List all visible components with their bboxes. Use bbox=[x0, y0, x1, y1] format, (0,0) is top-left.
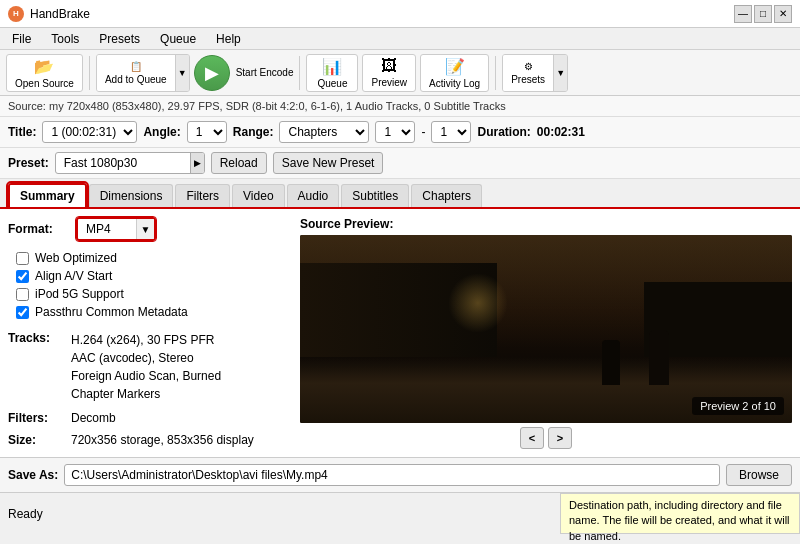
menu-tools[interactable]: Tools bbox=[43, 30, 87, 48]
option-ipod: iPod 5G Support bbox=[16, 287, 288, 301]
start-encode-button[interactable]: ▶ bbox=[194, 55, 230, 91]
format-label: Format: bbox=[8, 222, 68, 236]
preset-arrow[interactable]: ▶ bbox=[190, 153, 204, 173]
tab-dimensions[interactable]: Dimensions bbox=[89, 184, 174, 207]
title-select[interactable]: 1 (00:02:31) bbox=[42, 121, 137, 143]
title-row: Title: 1 (00:02:31) Angle: 1 Range: Chap… bbox=[0, 117, 800, 148]
save-new-preset-button[interactable]: Save New Preset bbox=[273, 152, 384, 174]
title-label: Title: bbox=[8, 125, 36, 139]
minimize-button[interactable]: — bbox=[734, 5, 752, 23]
preview-prev-button[interactable]: < bbox=[520, 427, 544, 449]
open-source-button[interactable]: 📂 Open Source bbox=[6, 54, 83, 92]
add-to-queue-main[interactable]: 📋 Add to Queue bbox=[97, 55, 175, 91]
angle-select[interactable]: 1 bbox=[187, 121, 227, 143]
tab-summary[interactable]: Summary bbox=[8, 183, 87, 207]
preset-label: Preset: bbox=[8, 156, 49, 170]
tab-subtitles[interactable]: Subtitles bbox=[341, 184, 409, 207]
source-info-bar: Source: my 720x480 (853x480), 29.97 FPS,… bbox=[0, 96, 800, 117]
size-label: Size: bbox=[8, 433, 63, 447]
preview-button[interactable]: 🖼 Preview bbox=[362, 54, 416, 92]
status-bar: Ready Destination path, including direct… bbox=[0, 492, 800, 534]
close-button[interactable]: ✕ bbox=[774, 5, 792, 23]
maximize-button[interactable]: □ bbox=[754, 5, 772, 23]
presets-main[interactable]: ⚙ Presets bbox=[503, 55, 553, 91]
size-value: 720x356 storage, 853x356 display bbox=[71, 433, 254, 447]
option-align-av: Align A/V Start bbox=[16, 269, 288, 283]
menu-queue[interactable]: Queue bbox=[152, 30, 204, 48]
browse-button[interactable]: Browse bbox=[726, 464, 792, 486]
preset-value: Fast 1080p30 bbox=[56, 156, 190, 170]
track-line-2: AAC (avcodec), Stereo bbox=[71, 349, 221, 367]
filters-row: Filters: Decomb bbox=[8, 411, 288, 425]
preview-next-button[interactable]: > bbox=[548, 427, 572, 449]
main-content: Format: MP4 ▼ Web Optimized Align A/V St… bbox=[0, 209, 800, 457]
duration-value: 00:02:31 bbox=[537, 125, 585, 139]
tab-video[interactable]: Video bbox=[232, 184, 284, 207]
menu-file[interactable]: File bbox=[4, 30, 39, 48]
align-av-label: Align A/V Start bbox=[35, 269, 112, 283]
range-end-select[interactable]: 1 bbox=[431, 121, 471, 143]
preset-row: Preset: Fast 1080p30 ▶ Reload Save New P… bbox=[0, 148, 800, 179]
tooltip-box: Destination path, including directory an… bbox=[560, 493, 800, 534]
activity-log-button[interactable]: 📝 Activity Log bbox=[420, 54, 489, 92]
add-to-queue-button[interactable]: 📋 Add to Queue ▼ bbox=[96, 54, 190, 92]
tracks-label: Tracks: bbox=[8, 331, 63, 403]
tracks-row: Tracks: H.264 (x264), 30 FPS PFR AAC (av… bbox=[8, 331, 288, 403]
range-type-select[interactable]: Chapters bbox=[279, 121, 369, 143]
presets-label: Presets bbox=[511, 74, 545, 85]
queue-label: Queue bbox=[317, 78, 347, 89]
presets-arrow[interactable]: ▼ bbox=[553, 55, 567, 91]
add-to-queue-icon: 📋 bbox=[130, 61, 142, 72]
tab-filters[interactable]: Filters bbox=[175, 184, 230, 207]
ipod-checkbox[interactable] bbox=[16, 288, 29, 301]
toolbar: 📂 Open Source 📋 Add to Queue ▼ ▶ Start E… bbox=[0, 50, 800, 96]
size-section: Size: 720x356 storage, 853x356 display bbox=[8, 433, 288, 447]
app-logo: H bbox=[8, 6, 24, 22]
tab-bar: Summary Dimensions Filters Video Audio S… bbox=[0, 179, 800, 209]
saveas-input[interactable] bbox=[64, 464, 720, 486]
separator3 bbox=[495, 56, 496, 90]
menu-presets[interactable]: Presets bbox=[91, 30, 148, 48]
activity-log-icon: 📝 bbox=[445, 57, 465, 76]
filters-section: Filters: Decomb bbox=[8, 411, 288, 425]
tab-audio[interactable]: Audio bbox=[287, 184, 340, 207]
activity-log-label: Activity Log bbox=[429, 78, 480, 89]
app-title: HandBrake bbox=[30, 7, 90, 21]
add-to-queue-arrow[interactable]: ▼ bbox=[175, 55, 189, 91]
range-start-select[interactable]: 1 bbox=[375, 121, 415, 143]
format-row: Format: MP4 ▼ bbox=[8, 217, 288, 241]
window-controls[interactable]: — □ ✕ bbox=[734, 5, 792, 23]
format-options: Web Optimized Align A/V Start iPod 5G Su… bbox=[16, 251, 288, 319]
web-optimized-checkbox[interactable] bbox=[16, 252, 29, 265]
separator2 bbox=[299, 56, 300, 90]
preview-label: Preview bbox=[371, 77, 407, 88]
track-line-1: H.264 (x264), 30 FPS PFR bbox=[71, 331, 221, 349]
format-arrow[interactable]: ▼ bbox=[136, 219, 154, 239]
queue-button[interactable]: 📊 Queue bbox=[306, 54, 358, 92]
add-to-queue-label: Add to Queue bbox=[105, 74, 167, 85]
format-value: MP4 bbox=[78, 222, 136, 236]
summary-panel: Format: MP4 ▼ Web Optimized Align A/V St… bbox=[8, 217, 288, 449]
source-info-text: Source: my 720x480 (853x480), 29.97 FPS,… bbox=[8, 100, 506, 112]
preview-scene bbox=[300, 235, 792, 423]
passthru-checkbox[interactable] bbox=[16, 306, 29, 319]
track-line-3: Foreign Audio Scan, Burned bbox=[71, 367, 221, 385]
duration-label: Duration: bbox=[477, 125, 530, 139]
reload-button[interactable]: Reload bbox=[211, 152, 267, 174]
menu-help[interactable]: Help bbox=[208, 30, 249, 48]
passthru-label: Passthru Common Metadata bbox=[35, 305, 188, 319]
filters-value: Decomb bbox=[71, 411, 116, 425]
preview-counter: Preview 2 of 10 bbox=[692, 397, 784, 415]
align-av-checkbox[interactable] bbox=[16, 270, 29, 283]
format-dropdown[interactable]: MP4 ▼ bbox=[76, 217, 156, 241]
preset-dropdown[interactable]: Fast 1080p30 ▶ bbox=[55, 152, 205, 174]
tab-chapters[interactable]: Chapters bbox=[411, 184, 482, 207]
preview-icon: 🖼 bbox=[381, 57, 397, 75]
open-source-label: Open Source bbox=[15, 78, 74, 89]
presets-button[interactable]: ⚙ Presets ▼ bbox=[502, 54, 568, 92]
preview-label: Source Preview: bbox=[300, 217, 792, 231]
status-text: Ready bbox=[0, 493, 560, 534]
queue-icon: 📊 bbox=[322, 57, 342, 76]
preview-image: Preview 2 of 10 bbox=[300, 235, 792, 423]
separator bbox=[89, 56, 90, 90]
